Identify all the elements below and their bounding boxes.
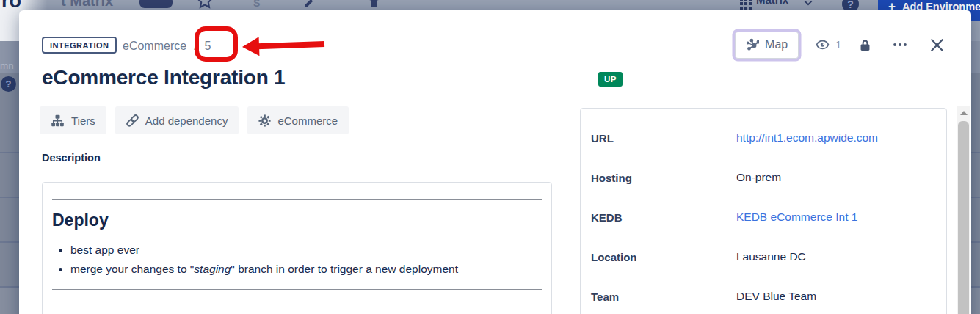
detail-value: DEV Blue Team xyxy=(736,290,816,303)
annotation-arrow-head xyxy=(242,37,260,56)
page-title-fragment: t Matrix xyxy=(61,0,113,10)
trash-icon xyxy=(369,0,380,8)
detail-row-kedb: KEDB KEDB eCommerce Int 1 xyxy=(591,197,946,237)
scrollbar-thumb[interactable] xyxy=(958,121,969,314)
matrix-view-selector: Matrix xyxy=(756,0,788,6)
url-link[interactable]: http://int1.ecom.apwide.com xyxy=(736,131,878,145)
description-box: Deploy best app ever merge your changes … xyxy=(42,182,552,314)
description-divider xyxy=(52,199,542,200)
help-icon: ? xyxy=(1,76,16,92)
details-panel: URL http://int1.ecom.apwide.com Hosting … xyxy=(580,108,947,314)
header-text-fragment: S xyxy=(253,0,260,9)
description-label: Description xyxy=(42,152,101,164)
italic-text: staging xyxy=(194,263,231,275)
action-buttons-row: Tiers Add dependency eCommerce xyxy=(40,106,349,134)
map-network-icon xyxy=(746,38,759,51)
column-header-fragment: mn xyxy=(0,60,14,71)
detail-value: Lausanne DC xyxy=(736,250,806,263)
tiers-hierarchy-icon xyxy=(51,114,65,127)
list-item: merge your changes to "staging" branch i… xyxy=(70,260,542,279)
watchers-count: 1 xyxy=(835,39,841,51)
breadcrumb-parent[interactable]: eCommerce xyxy=(123,40,186,53)
close-button[interactable] xyxy=(929,37,945,53)
lock-button[interactable] xyxy=(859,39,871,51)
up-triangle-icon xyxy=(960,111,968,115)
environment-title: eCommerce Integration 1 xyxy=(42,66,286,90)
breadcrumb-count: 5 xyxy=(205,40,211,53)
status-badge[interactable]: UP xyxy=(598,72,623,87)
ecommerce-category-button[interactable]: eCommerce xyxy=(247,106,349,134)
breadcrumb-separator: / xyxy=(194,40,197,53)
detail-label: Hosting xyxy=(591,172,736,184)
detail-row-url: URL http://int1.ecom.apwide.com xyxy=(591,118,946,158)
breadcrumb: eCommerce / 5 xyxy=(123,37,211,54)
annotation-arrow-shaft xyxy=(257,41,324,49)
link-icon xyxy=(126,114,139,127)
ecommerce-button-label: eCommerce xyxy=(277,114,338,127)
map-button[interactable]: Map xyxy=(735,32,799,59)
detail-label: Team xyxy=(591,291,736,303)
description-bullet-list: best app ever merge your changes to "sta… xyxy=(52,241,542,279)
detail-label: Location xyxy=(591,251,736,263)
header-lozenge xyxy=(139,0,173,8)
gear-icon xyxy=(258,114,271,127)
environment-details-dialog: INTEGRATION eCommerce / 5 Map xyxy=(19,10,971,314)
vertical-scrollbar[interactable] xyxy=(957,106,970,314)
list-item: best app ever xyxy=(70,241,542,260)
tiers-button[interactable]: Tiers xyxy=(40,106,106,134)
dialog-toolbar: Map 1 xyxy=(735,31,945,59)
scrollbar-up-arrow[interactable] xyxy=(957,106,970,119)
map-button-label: Map xyxy=(765,38,788,51)
grid-view-icon xyxy=(740,0,752,10)
edit-pencil-icon xyxy=(304,0,315,8)
detail-row-location: Location Lausanne DC xyxy=(591,237,946,277)
tiers-button-label: Tiers xyxy=(71,114,95,127)
page-title-fragment: ro xyxy=(1,0,21,12)
watchers-button[interactable]: 1 xyxy=(815,38,841,51)
detail-row-hosting: Hosting On-prem xyxy=(591,158,946,197)
detail-row-team: Team DEV Blue Team xyxy=(591,277,946,314)
eye-icon xyxy=(815,38,830,51)
kedb-link[interactable]: KEDB eCommerce Int 1 xyxy=(736,211,857,224)
environment-type-badge: INTEGRATION xyxy=(42,37,117,54)
add-dependency-button[interactable]: Add dependency xyxy=(115,106,239,134)
description-divider xyxy=(52,289,542,290)
annotation-arrow xyxy=(242,33,325,58)
chevron-down-icon xyxy=(803,0,813,8)
add-dependency-button-label: Add dependency xyxy=(145,114,228,127)
detail-value: On-prem xyxy=(736,171,781,184)
favorite-star-icon xyxy=(196,0,214,10)
detail-label: KEDB xyxy=(591,211,736,224)
more-menu-button[interactable] xyxy=(890,39,910,51)
description-heading: Deploy xyxy=(52,211,542,230)
detail-label: URL xyxy=(591,132,736,145)
